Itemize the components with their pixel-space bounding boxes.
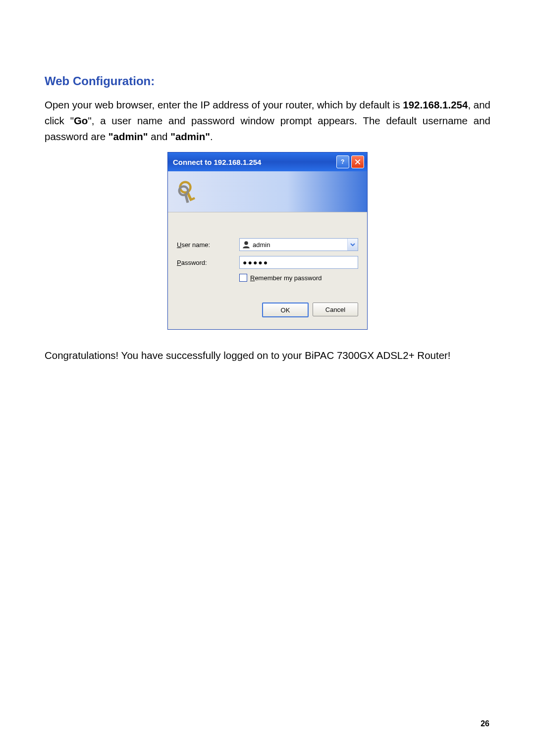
cancel-button[interactable]: Cancel <box>313 302 358 316</box>
text: Open your web browser, enter the IP addr… <box>45 99 403 110</box>
username-accelerator: U <box>177 241 181 249</box>
auth-dialog: Connect to 192.168.1.254 ? <box>167 152 368 330</box>
page-number: 26 <box>481 719 489 728</box>
remember-accelerator: R <box>250 274 255 282</box>
username-value: admin <box>253 241 347 249</box>
remember-checkbox[interactable] <box>239 274 247 282</box>
text: ser name: <box>181 241 210 249</box>
close-button[interactable] <box>351 155 364 168</box>
svg-point-8 <box>244 242 248 246</box>
ip-bold: 192.168.1.254 <box>403 99 468 110</box>
username-label: User name: <box>177 241 239 249</box>
ok-button[interactable]: OK <box>262 302 309 317</box>
text: emember my password <box>255 274 321 282</box>
intro-paragraph: Open your web browser, enter the IP addr… <box>45 97 490 144</box>
help-button[interactable]: ? <box>336 155 349 168</box>
dialog-banner <box>168 171 367 212</box>
congrats-text: Congratulations! You have successfully l… <box>45 350 490 361</box>
close-icon <box>354 158 362 166</box>
text: . <box>210 131 213 142</box>
password-accelerator: P <box>177 259 181 266</box>
help-icon: ? <box>339 158 347 166</box>
admin-bold: "admin" <box>170 131 210 142</box>
svg-text:?: ? <box>341 158 344 165</box>
keys-icon <box>175 178 203 205</box>
password-masked: ●●●●● <box>243 258 268 266</box>
titlebar: Connect to 192.168.1.254 ? <box>168 152 367 171</box>
go-bold: Go <box>74 115 88 126</box>
remember-label: Remember my password <box>250 274 322 282</box>
admin-bold: "admin" <box>108 131 148 142</box>
chevron-down-icon <box>350 242 355 247</box>
username-combo[interactable]: admin <box>239 238 358 251</box>
text: and <box>148 131 171 142</box>
password-input[interactable]: ●●●●● <box>239 256 358 269</box>
section-heading: Web Configuration: <box>45 74 490 88</box>
text: assword: <box>181 259 207 266</box>
user-icon <box>242 240 251 249</box>
username-dropdown-button[interactable] <box>347 239 358 251</box>
dialog-title: Connect to 192.168.1.254 <box>173 158 334 166</box>
password-label: Password: <box>177 259 239 266</box>
